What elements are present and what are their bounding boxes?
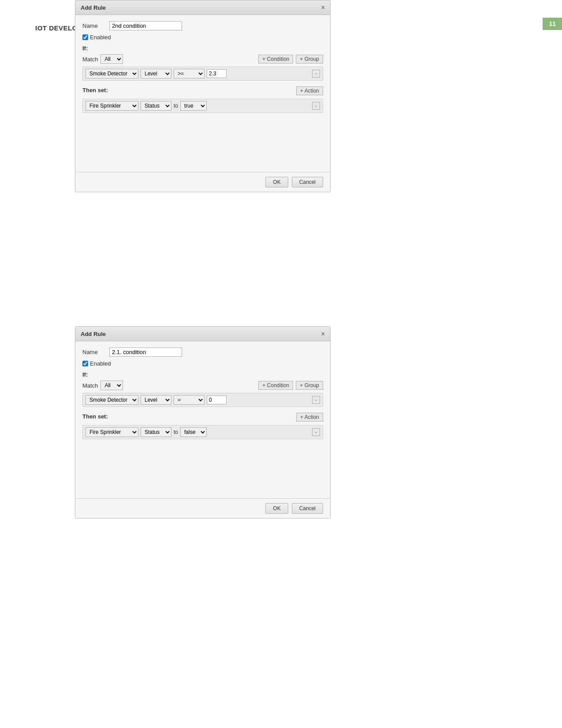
if-label-2: If: [82, 371, 323, 378]
add-rule-dialog-1: Add Rule × Name Enabled If: Match All An… [75, 0, 331, 192]
dialog-2-footer: OK Cancel [75, 498, 330, 518]
dialog-2-body: Name Enabled If: Match All Any + Conditi… [75, 341, 330, 445]
action-value-select-1[interactable]: true false [180, 101, 207, 111]
condition-remove-btn-1[interactable]: - [312, 70, 320, 78]
condition-device-select-2[interactable]: Smoke Detector [86, 395, 138, 405]
condition-row-1: Smoke Detector Level >= = <= > < - [82, 67, 323, 81]
condition-value-input-1[interactable] [207, 69, 227, 78]
name-label-2: Name [82, 349, 107, 355]
ok-button-2[interactable]: OK [265, 503, 288, 514]
add-condition-btn-1[interactable]: + Condition [258, 55, 293, 63]
name-field-row-1: Name [82, 21, 323, 30]
then-label-1: Then set: [82, 87, 108, 93]
action-remove-btn-1[interactable]: - [312, 102, 320, 110]
match-row-1: Match All Any + Condition + Group [82, 54, 323, 64]
action-attr-select-1[interactable]: Status [141, 101, 171, 111]
enabled-row-2: Enabled [82, 360, 323, 367]
dialog-1-header: Add Rule × [75, 0, 330, 15]
action-device-select-1[interactable]: Fire Sprinkler [86, 101, 138, 111]
dialog-1-body: Name Enabled If: Match All Any + Conditi… [75, 15, 330, 119]
cancel-button-2[interactable]: Cancel [292, 503, 323, 514]
condition-value-input-2[interactable] [207, 396, 227, 404]
condition-op-select-2[interactable]: = >= <= > < [174, 395, 205, 405]
condition-device-select-1[interactable]: Smoke Detector [86, 69, 138, 78]
match-left-1: Match All Any [82, 54, 123, 64]
then-row-2: Then set: + Action [82, 411, 323, 422]
dialog-1-footer: OK Cancel [75, 172, 330, 192]
condition-attr-select-1[interactable]: Level [141, 69, 171, 78]
action-to-label-1: to [174, 103, 178, 109]
condition-op-select-1[interactable]: >= = <= > < [174, 69, 205, 78]
add-action-btn-1[interactable]: + Action [296, 86, 323, 95]
action-to-label-2: to [174, 429, 178, 435]
dialog-2-header: Add Rule × [75, 327, 330, 341]
match-right-1: + Condition + Group [258, 55, 323, 63]
add-group-btn-1[interactable]: + Group [296, 55, 323, 63]
dialog-1-title: Add Rule [81, 4, 106, 11]
dialog-2-title: Add Rule [81, 331, 106, 337]
match-right-2: + Condition + Group [258, 381, 323, 390]
condition-remove-btn-2[interactable]: - [312, 396, 320, 404]
action-device-select-2[interactable]: Fire Sprinkler [86, 427, 138, 437]
match-label-2: Match [82, 382, 98, 389]
enabled-checkbox-1[interactable] [82, 34, 88, 40]
action-row-1: Fire Sprinkler Status to true false - [82, 99, 323, 113]
match-left-2: Match All Any [82, 381, 123, 390]
page-number-badge: 11 [543, 18, 562, 30]
match-select-2[interactable]: All Any [100, 381, 123, 390]
match-label-1: Match [82, 56, 98, 63]
then-row-1: Then set: + Action [82, 85, 323, 96]
cancel-button-1[interactable]: Cancel [292, 177, 323, 187]
action-row-2: Fire Sprinkler Status to false true - [82, 425, 323, 439]
add-rule-dialog-2: Add Rule × Name Enabled If: Match All An… [75, 326, 331, 519]
name-label-1: Name [82, 22, 107, 29]
enabled-label-2: Enabled [90, 360, 111, 367]
name-input-1[interactable] [109, 21, 182, 30]
match-select-1[interactable]: All Any [100, 54, 123, 64]
action-attr-select-2[interactable]: Status [141, 427, 171, 437]
dialog-2-close-icon[interactable]: × [321, 330, 325, 337]
if-label-1: If: [82, 45, 323, 52]
condition-attr-select-2[interactable]: Level [141, 395, 171, 405]
add-condition-btn-2[interactable]: + Condition [258, 381, 293, 390]
action-value-select-2[interactable]: false true [180, 427, 207, 437]
name-input-2[interactable] [109, 347, 182, 357]
enabled-label-1: Enabled [90, 34, 111, 41]
add-group-btn-2[interactable]: + Group [296, 381, 323, 390]
enabled-row-1: Enabled [82, 34, 323, 41]
then-label-2: Then set: [82, 413, 108, 420]
enabled-checkbox-2[interactable] [82, 361, 88, 366]
add-action-btn-2[interactable]: + Action [296, 413, 323, 422]
condition-row-2: Smoke Detector Level = >= <= > < - [82, 393, 323, 407]
action-remove-btn-2[interactable]: - [312, 428, 320, 436]
name-field-row-2: Name [82, 347, 323, 357]
match-row-2: Match All Any + Condition + Group [82, 381, 323, 390]
ok-button-1[interactable]: OK [265, 177, 288, 187]
dialog-1-close-icon[interactable]: × [321, 4, 325, 11]
